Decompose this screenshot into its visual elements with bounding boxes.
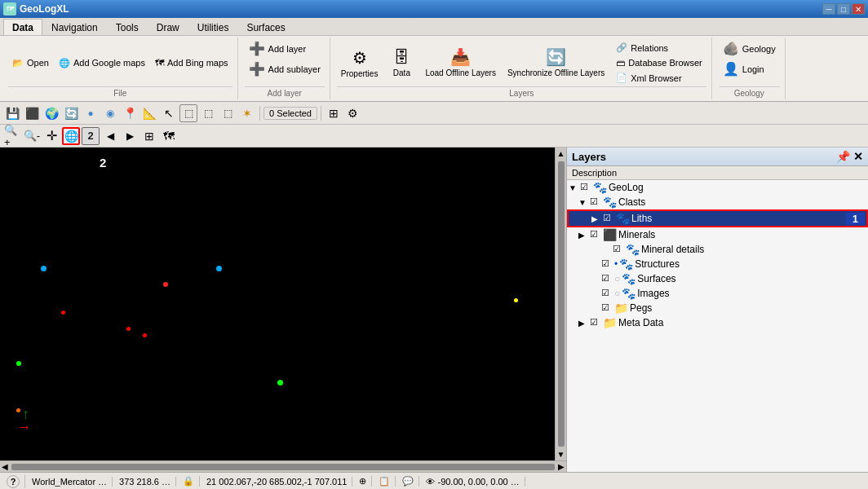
num2-button[interactable]: 2 (82, 127, 100, 145)
expand-liths[interactable]: ▶ (591, 214, 601, 223)
tool-measure[interactable]: 📐 (140, 104, 158, 122)
position-icon: ⊕ (359, 476, 366, 487)
tree-item-mineral-details[interactable]: ▶ ☑ 🐾 Mineral details (567, 242, 868, 257)
save-button[interactable]: 💾 (3, 104, 21, 122)
nav-back-button[interactable]: ◀ (101, 127, 119, 145)
bing-maps-icon: 🗺 (155, 58, 164, 68)
expand-metadata[interactable]: ▶ (578, 319, 588, 328)
check-images[interactable]: ☑ (601, 288, 613, 299)
grid2-button[interactable]: ⊞ (140, 127, 158, 145)
close-button[interactable]: ✕ (852, 3, 865, 15)
login-button[interactable]: 👤 Login (719, 59, 768, 78)
expand-structures[interactable]: ▶ (590, 260, 600, 269)
scroll-thumb-vertical[interactable] (558, 161, 565, 447)
check-surfaces[interactable]: ☑ (601, 273, 613, 284)
check-liths[interactable]: ☑ (603, 213, 614, 224)
tab-tools[interactable]: Tools (107, 19, 148, 35)
separator-1 (259, 106, 260, 121)
select-rect3[interactable]: ⬚ (219, 104, 237, 122)
pan-button[interactable]: ✛ (42, 127, 60, 145)
map-area[interactable]: → → (0, 148, 555, 460)
check-clasts[interactable]: ☑ (590, 196, 601, 208)
check-minerals[interactable]: ☑ (590, 229, 601, 240)
tree-item-images[interactable]: ▶ ☑ ○ 🐾 Images (567, 286, 868, 301)
tree-item-surfaces[interactable]: ▶ ☑ ○ 🐾 Surfaces (567, 271, 868, 286)
map-scrollbar-bottom[interactable]: ◀ ▶ (0, 460, 566, 472)
tab-navigation[interactable]: Navigation (42, 19, 107, 35)
tab-utilities[interactable]: Utilities (188, 19, 238, 35)
zoom-world-button[interactable]: 🌍 (42, 104, 60, 122)
layers-close-button[interactable]: ✕ (853, 150, 863, 163)
map-scrollbar-right[interactable]: ▲ ▼ (555, 148, 566, 460)
check-geolog[interactable]: ☑ (580, 182, 591, 193)
tab-data[interactable]: Data (3, 19, 42, 35)
select-rect1[interactable]: ⬚ (179, 104, 197, 122)
tree-item-pegs[interactable]: ▶ ☑ 📁 Pegs (567, 301, 868, 315)
check-pegs[interactable]: ☑ (601, 302, 613, 314)
relations-button[interactable]: 🔗 Relations (612, 41, 706, 55)
synchronize-button[interactable]: 🔄 Synchronize Offline Layers (503, 45, 609, 81)
expand-geolog[interactable]: ▼ (569, 183, 578, 192)
scroll-left-button[interactable]: ◀ (0, 460, 10, 473)
scroll-thumb-horizontal[interactable] (11, 464, 555, 470)
add-google-maps-button[interactable]: 🌐 Add Google maps (55, 56, 149, 70)
star-button[interactable]: ✶ (238, 104, 256, 122)
expand-minerals[interactable]: ▶ (578, 231, 588, 240)
ribbon-group-file: 📂 Open 🌐 Add Google maps 🗺 Add Bing maps… (3, 37, 238, 99)
load-offline-layers-button[interactable]: 📥 Load Offline Layers (421, 45, 500, 81)
scroll-down-button[interactable]: ▼ (556, 448, 567, 460)
coords-dots[interactable]: … (162, 477, 170, 487)
scroll-right-button[interactable]: ▶ (556, 460, 566, 473)
tree-item-metadata[interactable]: ▶ ☑ 📁 Meta Data (567, 315, 868, 330)
tree-item-minerals[interactable]: ▶ ☑ ⬛ Minerals (567, 227, 868, 242)
check-mineral-details[interactable]: ☑ (613, 244, 624, 255)
maximize-button[interactable]: □ (837, 3, 850, 15)
status-help: ? (3, 475, 25, 488)
select-rect2[interactable]: ⬚ (199, 104, 217, 122)
rotation-dots[interactable]: … (511, 477, 520, 487)
projection-dots[interactable]: … (98, 477, 107, 487)
zoom-in-button[interactable]: 🔍+ (3, 127, 21, 145)
expand-mineral-details[interactable]: ▶ (601, 245, 611, 254)
layer-map-button[interactable]: 🗺 (160, 127, 178, 145)
tree-item-clasts[interactable]: ▼ ☑ 🐾 Clasts (567, 195, 868, 209)
expand-images[interactable]: ▶ (590, 289, 600, 298)
properties-button[interactable]: ⚙ Properties (337, 46, 383, 81)
database-browser-button[interactable]: 🗃 Database Browser (612, 56, 706, 69)
tree-item-liths[interactable]: ▶ ☑ 🐾 Liths 1 (567, 209, 868, 227)
expand-clasts[interactable]: ▼ (578, 198, 588, 207)
layers-stack-button[interactable]: ⬛ (23, 104, 41, 122)
add-layer-button[interactable]: ➕ Add layer (245, 39, 310, 58)
title-bar-controls[interactable]: ─ □ ✕ (822, 3, 865, 15)
layers-pin-button[interactable]: 📌 (836, 150, 850, 163)
tree-item-geolog[interactable]: ▼ ☑ 🐾 GeoLog (567, 180, 868, 195)
map-dot (163, 282, 168, 287)
status-eye: 👁 -90.00, 0.00, 0.00 … (423, 477, 525, 487)
xml-browser-button[interactable]: 📄 Xml Browser (612, 71, 706, 85)
cursor-button[interactable]: ↖ (160, 104, 178, 122)
open-button[interactable]: 📂 Open (8, 56, 53, 70)
data-button[interactable]: 🗄 Data (385, 46, 418, 80)
help-icon[interactable]: ? (7, 475, 20, 488)
expand-pegs[interactable]: ▶ (590, 304, 600, 313)
expand-surfaces[interactable]: ▶ (590, 275, 600, 284)
add-sublayer-button[interactable]: ➕ Add sublayer (245, 59, 325, 78)
add-bing-maps-button[interactable]: 🗺 Add Bing maps (151, 56, 232, 69)
scroll-up-button[interactable]: ▲ (556, 148, 567, 160)
grid-icon-button[interactable]: ⊞ (325, 104, 343, 122)
geology-button[interactable]: 🪨 Geology (719, 39, 780, 58)
zoom-out-button[interactable]: 🔍- (23, 127, 41, 145)
tool-blue2[interactable]: ◉ (101, 104, 119, 122)
tab-draw[interactable]: Draw (148, 19, 188, 35)
tab-surfaces[interactable]: Surfaces (237, 19, 294, 35)
nav-forward-button[interactable]: ▶ (121, 127, 139, 145)
tool-pin[interactable]: 📍 (121, 104, 139, 122)
globe-button[interactable]: 🌐 (62, 127, 80, 145)
tool-blue1[interactable]: ● (82, 104, 100, 122)
check-structures[interactable]: ☑ (601, 258, 613, 270)
refresh-button[interactable]: 🔄 (62, 104, 80, 122)
tree-item-structures[interactable]: ▶ ☑ • 🐾 Structures (567, 257, 868, 271)
minimize-button[interactable]: ─ (822, 3, 835, 15)
check-metadata[interactable]: ☑ (590, 317, 601, 328)
settings-button[interactable]: ⚙ (344, 104, 362, 122)
